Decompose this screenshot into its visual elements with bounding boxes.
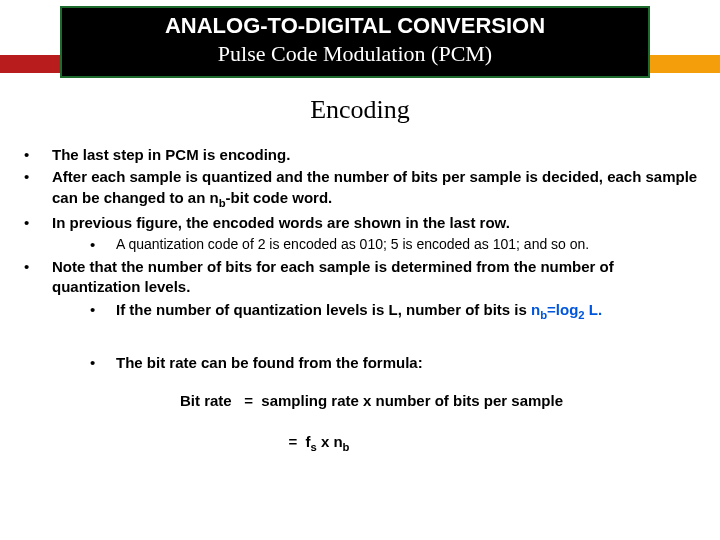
bullet-2-text: After each sample is quantized and the n…: [52, 167, 700, 210]
formula-eq-2: = fs x nb: [238, 411, 349, 475]
spacer: [20, 383, 700, 391]
formula-label: Bit rate: [180, 391, 236, 411]
bullet-2-pre: After each sample is quantized and the n…: [52, 168, 697, 205]
bullet-4a: • If the number of quantization levels i…: [90, 300, 700, 323]
slide-title: ANALOG-TO-DIGITAL CONVERSION: [70, 12, 640, 40]
content-area: • The last step in PCM is encoding. • Af…: [20, 145, 700, 475]
bullet-3-text: In previous figure, the encoded words ar…: [52, 213, 700, 233]
bullet-2-post: -bit code word.: [226, 189, 333, 206]
bullet-2-sub: b: [219, 197, 226, 209]
bullet-icon: •: [20, 145, 52, 165]
bullet-icon: •: [20, 167, 52, 187]
nb-eq: =log: [547, 301, 578, 318]
bullet-1: • The last step in PCM is encoding.: [20, 145, 700, 165]
bullet-3a-text: A quantization code of 2 is encoded as 0…: [116, 235, 700, 254]
nb-n: n: [531, 301, 540, 318]
title-box: ANALOG-TO-DIGITAL CONVERSION Pulse Code …: [60, 6, 650, 78]
bullet-4: • Note that the number of bits for each …: [20, 257, 700, 298]
bullet-3: • In previous figure, the encoded words …: [20, 213, 700, 233]
bullet-icon: •: [90, 235, 116, 255]
bullet-2: • After each sample is quantized and the…: [20, 167, 700, 210]
bullet-1-text: The last step in PCM is encoding.: [52, 145, 700, 165]
formula-l2-mid: x n: [317, 433, 343, 450]
bullet-4a-text: If the number of quantization levels is …: [116, 300, 700, 323]
bullet-icon: •: [90, 300, 116, 320]
spacer: [20, 375, 700, 383]
bullet-icon: •: [20, 257, 52, 277]
slide-subtitle: Pulse Code Modulation (PCM): [70, 40, 640, 69]
bullet-icon: •: [20, 213, 52, 233]
spacer: [20, 325, 700, 353]
bullet-4-text: Note that the number of bits for each sa…: [52, 257, 700, 298]
bullet-3a: • A quantization code of 2 is encoded as…: [90, 235, 700, 255]
formula-label-blank: [180, 411, 238, 475]
formula-l2-pre: = f: [280, 433, 310, 450]
formula-l2-b: b: [343, 441, 350, 453]
nb-post: L.: [585, 301, 603, 318]
section-heading: Encoding: [0, 95, 720, 125]
bullet-5: • The bit rate can be found from the for…: [90, 353, 700, 373]
bit-rate-formula: Bit rate = sampling rate x number of bit…: [180, 391, 700, 475]
formula-line-2: = fs x nb: [180, 411, 700, 475]
nb-formula: nb=log2 L.: [531, 301, 602, 318]
bullet-5-text: The bit rate can be found from the formu…: [116, 353, 700, 373]
bullet-icon: •: [90, 353, 116, 373]
bullet-4a-pre: If the number of quantization levels is …: [116, 301, 531, 318]
formula-eq-1: = sampling rate x number of bits per sam…: [236, 391, 563, 411]
formula-line-1: Bit rate = sampling rate x number of bit…: [180, 391, 700, 411]
slide: ANALOG-TO-DIGITAL CONVERSION Pulse Code …: [0, 0, 720, 540]
